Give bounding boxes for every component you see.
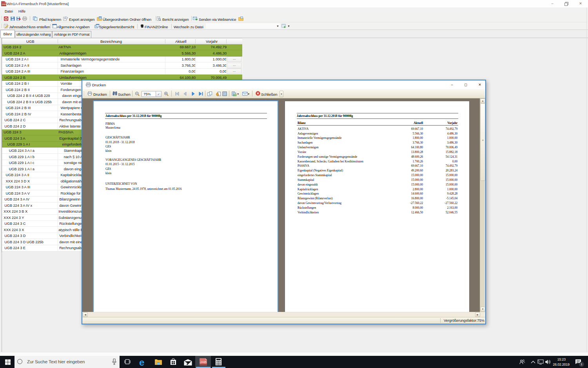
svg-text:JAB: JAB [200,360,207,364]
svg-text:JAB: JAB [2,3,6,5]
